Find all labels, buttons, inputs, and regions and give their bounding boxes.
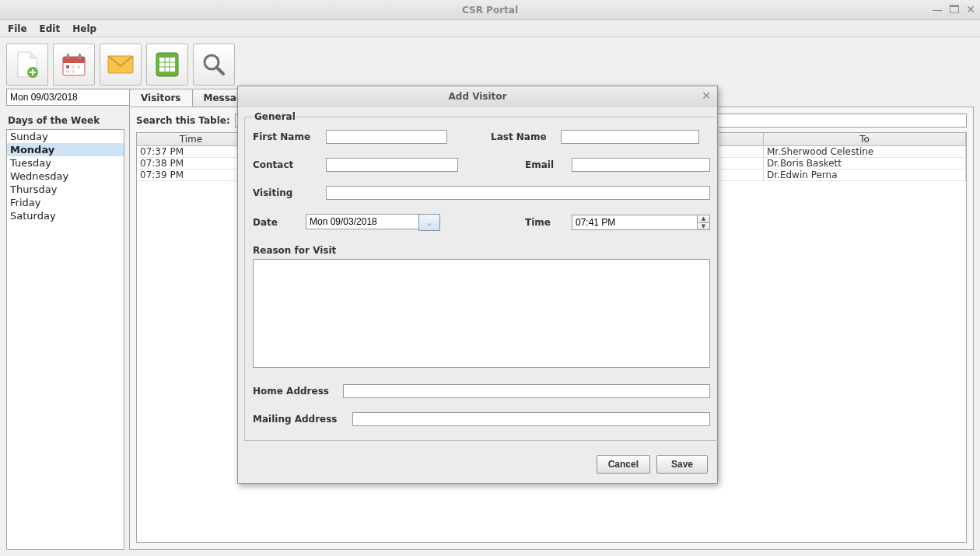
date-input[interactable] — [306, 214, 419, 229]
reason-textarea[interactable] — [253, 259, 710, 368]
main-date-input[interactable] — [6, 89, 131, 106]
spreadsheet-icon — [155, 51, 180, 78]
label-first-name: First Name — [253, 131, 320, 142]
search-icon — [201, 52, 226, 77]
day-item-friday[interactable]: Friday — [7, 196, 124, 209]
cell-time: 07:38 PM — [137, 158, 246, 170]
new-document-icon — [16, 51, 39, 79]
window-title: CSR Portal — [462, 5, 518, 16]
day-item-tuesday[interactable]: Tuesday — [7, 156, 124, 170]
visiting-input[interactable] — [326, 186, 710, 200]
mail-button[interactable] — [100, 44, 142, 86]
cell-to: Dr.Edwin Perna — [764, 170, 966, 181]
minimize-icon[interactable]: — — [932, 3, 943, 16]
last-name-input[interactable] — [561, 130, 699, 144]
cancel-button[interactable]: Cancel — [597, 455, 650, 474]
svg-rect-8 — [66, 70, 69, 73]
days-of-week-list[interactable]: Sunday Monday Tuesday Wednesday Thursday… — [6, 129, 124, 550]
email-input[interactable] — [572, 158, 710, 172]
calendar-picker-icon: ⌵ — [427, 219, 432, 227]
cell-time: 07:39 PM — [137, 170, 246, 181]
save-button[interactable]: Save — [656, 455, 708, 474]
toolbar — [0, 37, 980, 89]
time-spinner-down[interactable]: ▼ — [697, 222, 710, 231]
contact-input[interactable] — [326, 158, 458, 172]
search-button[interactable] — [193, 44, 235, 86]
spreadsheet-button[interactable] — [146, 44, 188, 86]
svg-rect-7 — [77, 65, 80, 68]
svg-rect-12 — [159, 58, 175, 72]
day-item-monday[interactable]: Monday — [7, 143, 124, 156]
cell-to: Mr.Sherwood Celestine — [764, 146, 966, 158]
tab-visitors[interactable]: Visitors — [129, 89, 193, 107]
svg-rect-3 — [67, 54, 69, 59]
day-item-saturday[interactable]: Saturday — [7, 209, 124, 222]
svg-rect-4 — [79, 54, 81, 59]
dialog-titlebar: Add Visitor ✕ — [238, 86, 717, 107]
general-legend: General — [253, 111, 297, 122]
mailing-address-input[interactable] — [352, 412, 710, 426]
cell-time: 07:37 PM — [137, 146, 246, 158]
column-header-time[interactable]: Time — [137, 133, 246, 146]
menu-help[interactable]: Help — [66, 22, 103, 36]
time-input[interactable] — [572, 215, 698, 230]
label-email: Email — [525, 159, 565, 170]
days-of-week-title: Days of the Week — [6, 110, 124, 129]
general-fieldset: General First Name Last Name Contact Ema… — [244, 111, 719, 441]
search-table-label: Search this Table: — [136, 115, 230, 126]
add-visitor-dialog: Add Visitor ✕ General First Name Last Na… — [237, 86, 718, 484]
label-last-name: Last Name — [491, 131, 555, 142]
first-name-input[interactable] — [326, 130, 447, 144]
label-visiting: Visiting — [253, 187, 320, 198]
label-mailing-address: Mailing Address — [253, 414, 346, 425]
dialog-title: Add Visitor — [449, 91, 507, 102]
maximize-icon[interactable]: 🗖 — [949, 3, 960, 16]
window-titlebar: CSR Portal — 🗖 ✕ — [0, 0, 980, 20]
svg-rect-9 — [72, 70, 75, 73]
svg-rect-5 — [66, 65, 69, 68]
svg-rect-6 — [72, 65, 75, 68]
day-item-sunday[interactable]: Sunday — [7, 130, 124, 143]
svg-rect-2 — [63, 57, 85, 63]
time-spinner-up[interactable]: ▲ — [697, 215, 710, 222]
menubar: File Edit Help — [0, 20, 980, 37]
menu-edit[interactable]: Edit — [33, 22, 67, 36]
cell-to: Dr.Boris Baskett — [764, 158, 966, 170]
calendar-icon — [61, 51, 87, 78]
date-picker-button[interactable]: ⌵ — [418, 214, 440, 231]
label-reason: Reason for Visit — [253, 245, 710, 256]
close-icon[interactable]: ✕ — [966, 3, 975, 16]
label-time: Time — [525, 217, 565, 228]
mail-icon — [107, 55, 134, 74]
label-date: Date — [253, 217, 299, 228]
home-address-input[interactable] — [343, 384, 710, 398]
column-header-to[interactable]: To — [764, 133, 966, 146]
day-item-wednesday[interactable]: Wednesday — [7, 170, 124, 183]
day-item-thursday[interactable]: Thursday — [7, 183, 124, 196]
calendar-button[interactable] — [53, 44, 95, 86]
new-document-button[interactable] — [6, 44, 48, 86]
menu-file[interactable]: File — [2, 22, 33, 36]
label-home-address: Home Address — [253, 386, 337, 397]
dialog-close-button[interactable]: ✕ — [702, 89, 711, 102]
label-contact: Contact — [253, 159, 320, 170]
